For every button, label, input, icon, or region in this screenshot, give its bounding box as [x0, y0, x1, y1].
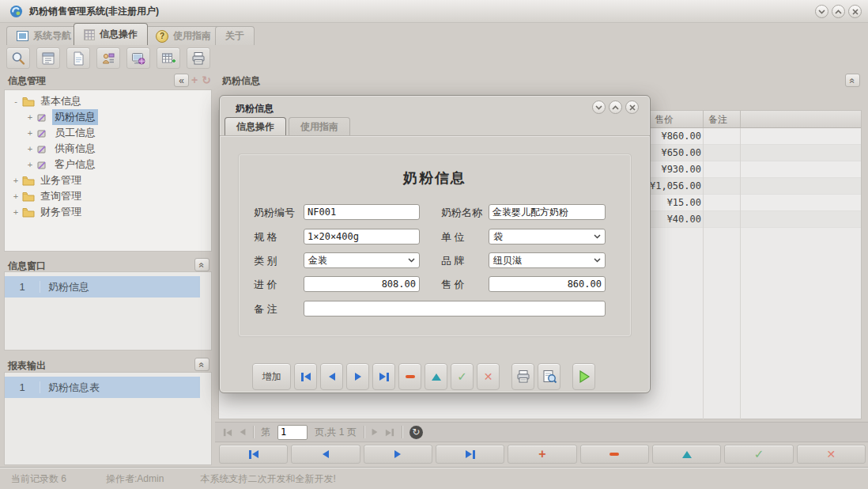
- dlg-edit-button[interactable]: [425, 363, 447, 390]
- dlg-cancel-button[interactable]: ✕: [477, 363, 500, 390]
- refresh-button[interactable]: ↻: [409, 426, 423, 439]
- collapse-left-icon: «: [179, 75, 184, 86]
- bottom-add-button[interactable]: +: [508, 445, 576, 464]
- delete-icon: [609, 453, 619, 456]
- edit-icon: [432, 373, 441, 381]
- main-panel-title: 奶粉信息: [222, 74, 260, 88]
- expander-icon[interactable]: +: [11, 191, 21, 201]
- tab-system-navigation[interactable]: 系统导航: [6, 26, 81, 45]
- bottom-first-button[interactable]: [219, 445, 288, 464]
- collapse-report-panel-button[interactable]: «: [194, 358, 209, 371]
- dialog-tab-user-guide[interactable]: 使用指南: [289, 117, 350, 135]
- expander-icon[interactable]: +: [11, 207, 21, 217]
- dlg-prev-button[interactable]: [320, 363, 343, 390]
- bottom-confirm-button[interactable]: ✓: [724, 445, 793, 464]
- tab-about[interactable]: 关于: [215, 26, 255, 45]
- expander-icon[interactable]: +: [25, 112, 35, 122]
- expander-icon[interactable]: -: [11, 97, 21, 106]
- cost-field[interactable]: [304, 276, 420, 292]
- expander-icon[interactable]: +: [11, 176, 21, 185]
- dlg-last-button[interactable]: [372, 363, 395, 390]
- expander-icon[interactable]: +: [25, 160, 35, 169]
- collapse-tree-panel-button[interactable]: «: [174, 74, 189, 87]
- column-header-price[interactable]: 售价: [655, 113, 674, 127]
- form-view-button[interactable]: [36, 47, 60, 69]
- tree-item-employee-info[interactable]: + 员工信息: [5, 125, 211, 141]
- dialog-restore-button[interactable]: [609, 100, 622, 114]
- next-record-icon: [355, 373, 361, 381]
- dialog-minimize-button[interactable]: [592, 100, 606, 114]
- expander-icon[interactable]: +: [25, 144, 35, 154]
- chevron-down-icon: [594, 258, 601, 263]
- status-bar: 当前记录数 6 操作者:Admin 本系统支持二次开发和全新开发!: [0, 467, 868, 489]
- bottom-prev-button[interactable]: [291, 445, 360, 464]
- window-restore-button[interactable]: [832, 5, 845, 18]
- folder-icon: [22, 207, 35, 218]
- category-select[interactable]: 金装: [304, 252, 420, 268]
- refresh-icon: ↻: [412, 426, 420, 438]
- bottom-last-button[interactable]: [436, 445, 504, 464]
- bottom-cancel-button[interactable]: ✕: [797, 445, 866, 464]
- add-record-button[interactable]: 增加: [252, 363, 291, 390]
- pager-suffix: 页,共 1 页: [315, 426, 357, 439]
- info-window-list: 1 奶粉信息: [4, 271, 212, 351]
- pager-prefix: 第: [261, 426, 270, 439]
- list-item[interactable]: 1 奶粉信息表: [5, 377, 200, 398]
- collapse-main-panel-button[interactable]: «: [845, 74, 860, 87]
- search-button[interactable]: [6, 47, 30, 69]
- dlg-delete-button[interactable]: [398, 363, 421, 390]
- page-input[interactable]: [277, 425, 308, 440]
- tree-panel-title: 信息管理: [8, 74, 46, 88]
- print-button[interactable]: [187, 47, 210, 69]
- window-close-button[interactable]: [848, 5, 862, 18]
- tab-info-operation[interactable]: 信息操作: [74, 23, 148, 45]
- name-field[interactable]: [489, 204, 606, 220]
- first-record-icon: [249, 450, 259, 459]
- add-node-icon[interactable]: +: [188, 74, 201, 86]
- dlg-preview-button[interactable]: [538, 363, 560, 390]
- expander-icon[interactable]: +: [25, 128, 35, 138]
- folder-icon: [22, 191, 35, 202]
- bottom-edit-button[interactable]: [652, 445, 721, 464]
- tree-item-supplier-info[interactable]: + 供商信息: [5, 141, 211, 157]
- column-header-remark[interactable]: 备注: [708, 113, 727, 127]
- dlg-next-button[interactable]: [346, 363, 369, 390]
- pager-first-button[interactable]: [224, 428, 232, 435]
- tree-item-milk-info[interactable]: + 奶粉信息: [5, 109, 211, 125]
- code-field[interactable]: [304, 204, 420, 220]
- document-button[interactable]: [66, 47, 90, 69]
- bottom-next-button[interactable]: [364, 445, 432, 464]
- list-item[interactable]: 1 奶粉信息: [5, 276, 200, 298]
- refresh-tree-icon[interactable]: ↻: [200, 74, 213, 86]
- cost-label: 进 价: [254, 278, 277, 292]
- tree-item-query-mgmt[interactable]: + 查询管理: [5, 188, 211, 204]
- tab-user-guide[interactable]: ? 使用指南: [145, 26, 221, 45]
- tree-item-basic-info[interactable]: - 基本信息: [5, 93, 211, 109]
- spec-field[interactable]: [304, 229, 420, 244]
- remark-label: 备 注: [254, 302, 277, 317]
- remark-field[interactable]: [304, 301, 606, 317]
- dlg-print-button[interactable]: [511, 363, 534, 390]
- collapse-info-window-button[interactable]: «: [194, 258, 209, 271]
- new-table-button[interactable]: [157, 47, 180, 69]
- dlg-first-button[interactable]: [294, 363, 317, 390]
- dlg-confirm-button[interactable]: ✓: [451, 363, 474, 390]
- pager-last-button[interactable]: [386, 428, 394, 435]
- unit-select[interactable]: 袋: [489, 229, 606, 244]
- price-field[interactable]: [489, 276, 606, 292]
- folder-icon: [22, 96, 35, 107]
- brand-select[interactable]: 纽贝滋: [489, 252, 606, 268]
- main-tab-bar: 系统导航 信息操作 ? 使用指南 关于: [0, 22, 868, 45]
- tree-item-business-mgmt[interactable]: + 业务管理: [5, 172, 211, 188]
- tree-item-customer-info[interactable]: + 客户信息: [5, 157, 211, 172]
- window-minimize-button[interactable]: [815, 5, 828, 18]
- pager-prev-button[interactable]: [240, 429, 246, 436]
- monitor-button[interactable]: [126, 47, 150, 69]
- user-report-button[interactable]: [96, 47, 120, 69]
- bottom-delete-button[interactable]: [580, 445, 649, 464]
- tree-item-finance-mgmt[interactable]: + 财务管理: [5, 204, 211, 220]
- dialog-close-button[interactable]: [625, 100, 639, 114]
- dialog-tab-info-operation[interactable]: 信息操作: [225, 117, 286, 135]
- pager-next-button[interactable]: [372, 429, 377, 436]
- dlg-run-button[interactable]: [572, 363, 595, 390]
